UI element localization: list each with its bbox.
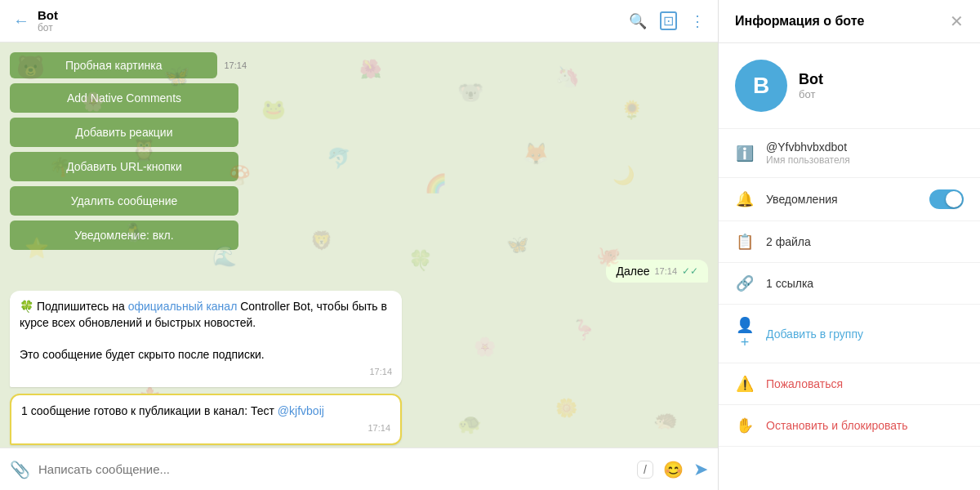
- username-row: ℹ️ @Yfvbhvbxdbot Имя пользователя: [719, 129, 980, 178]
- send-button[interactable]: ➤: [693, 459, 708, 480]
- info-icon: ℹ️: [735, 145, 755, 163]
- clover-emoji: 🍀: [20, 300, 33, 313]
- info-header: Информация о боте ✕: [719, 0, 980, 43]
- info-panel: Информация о боте ✕ B Bot бот ℹ️ @Yfvbhv…: [719, 0, 980, 490]
- notifications-label: Уведомления: [766, 193, 918, 206]
- files-row[interactable]: 📋 2 файла: [719, 221, 980, 263]
- subscribe-message: 🍀 Подпишитесь на официальный канал Contr…: [10, 291, 402, 387]
- chat-input-area: 📎 / 😊 ➤: [0, 448, 718, 490]
- links-count: 1 ссылка: [766, 277, 813, 290]
- svg-text:🦋: 🦋: [506, 234, 529, 256]
- files-icon: 📋: [735, 233, 755, 251]
- bot-display-name: Bot: [799, 71, 823, 88]
- more-icon[interactable]: ⋮: [690, 12, 705, 30]
- chat-body: 🐻 🌸 🦋 🐸 🌺 🐨 🦄 🌻 🌴 🦉 🍄 🐬 🌈 🦊 🌙 ⭐ 🐧 🌊 🦁: [0, 42, 718, 448]
- official-channel-link[interactable]: официальный канал: [128, 300, 238, 313]
- search-icon[interactable]: 🔍: [629, 12, 647, 30]
- svg-text:🦩: 🦩: [572, 318, 596, 341]
- notifications-row: 🔔 Уведомления: [719, 178, 980, 221]
- files-count: 2 файла: [766, 235, 811, 248]
- ready-text: 1 сообщение готово к публикации в канал:…: [21, 403, 390, 420]
- header-info: Bot бот: [38, 8, 629, 33]
- slash-button[interactable]: /: [637, 461, 653, 479]
- trial-picture-button[interactable]: Пробная картинка: [10, 52, 217, 78]
- username-info: @Yfvbhvbxdbot Имя пользователя: [766, 140, 964, 166]
- svg-text:🌻: 🌻: [621, 99, 644, 121]
- bot-display-tag: бот: [799, 88, 823, 100]
- svg-text:🌈: 🌈: [425, 172, 448, 194]
- chat-name: Bot: [38, 8, 629, 22]
- input-right-icons: / 😊 ➤: [637, 459, 708, 480]
- add-native-comments-button[interactable]: Add Native Comments: [10, 83, 238, 113]
- subscribe-text: 🍀 Подпишитесь на официальный канал Contr…: [20, 299, 392, 363]
- subscribe-time: 17:14: [369, 366, 392, 378]
- username-label: Имя пользователя: [766, 154, 964, 166]
- back-button[interactable]: ←: [13, 11, 29, 30]
- bot-buttons-list: Add Native Comments Добавить реакции Доб…: [10, 83, 238, 250]
- svg-text:🌺: 🌺: [359, 58, 382, 80]
- bot-profile-info: Bot бот: [799, 71, 823, 100]
- chat-header: ← Bot бот 🔍 ⊡ ⋮: [0, 0, 718, 42]
- ready-time: 17:14: [368, 422, 390, 434]
- attach-icon[interactable]: 📎: [10, 460, 30, 479]
- notifications-info: Уведомления: [766, 193, 918, 206]
- svg-text:🦁: 🦁: [310, 229, 333, 252]
- svg-text:🦄: 🦄: [555, 65, 580, 88]
- dalee-text: Далее: [616, 265, 649, 278]
- svg-text:🦊: 🦊: [523, 140, 550, 167]
- svg-text:🌙: 🌙: [612, 164, 635, 186]
- notification-toggle-button[interactable]: Уведомление: вкл.: [10, 220, 238, 250]
- bot-avatar: B: [735, 60, 787, 112]
- dalee-bubble: Далее 17:14 ✓✓: [606, 260, 708, 283]
- bot-avatar-initial: B: [753, 73, 769, 99]
- info-title: Информация о боте: [735, 14, 864, 29]
- add-url-buttons-button[interactable]: Добавить URL-кнопки: [10, 152, 238, 181]
- close-button[interactable]: ✕: [950, 11, 964, 31]
- delete-message-button[interactable]: Удалить сообщение: [10, 186, 238, 216]
- block-icon: ✋: [735, 416, 755, 434]
- svg-text:🦔: 🦔: [653, 408, 678, 431]
- chat-subtitle: бот: [38, 22, 629, 33]
- add-reactions-button[interactable]: Добавить реакции: [10, 118, 238, 147]
- block-row[interactable]: ✋ Остановить и блокировать: [719, 405, 980, 447]
- ready-message: 1 сообщение готово к публикации в канал:…: [10, 394, 402, 445]
- svg-text:🐢: 🐢: [457, 412, 482, 435]
- add-group-label: Добавить в группу: [766, 327, 863, 341]
- bot-profile: B Bot бот: [719, 43, 980, 129]
- links-icon: 🔗: [735, 274, 755, 292]
- layout-icon[interactable]: ⊡: [660, 11, 677, 30]
- svg-text:🌼: 🌼: [555, 397, 578, 419]
- emoji-icon[interactable]: 😊: [663, 460, 684, 479]
- username-value: @Yfvbhvbxdbot: [766, 140, 964, 154]
- bell-icon: 🔔: [735, 190, 755, 208]
- dalee-message: Далее 17:14 ✓✓: [10, 260, 708, 283]
- dalee-checks: ✓✓: [682, 265, 698, 277]
- report-icon: ⚠️: [735, 375, 755, 393]
- add-group-icon: 👤+: [735, 316, 755, 351]
- svg-text:🐨: 🐨: [457, 79, 484, 105]
- channel-link-1[interactable]: @kjfvboij: [278, 404, 324, 417]
- message-input[interactable]: [38, 462, 629, 476]
- info-rows: ℹ️ @Yfvbhvbxdbot Имя пользователя 🔔 Увед…: [719, 129, 980, 490]
- dalee-time: 17:14: [654, 266, 677, 276]
- notifications-toggle[interactable]: [929, 189, 964, 209]
- toggle-switch[interactable]: [929, 189, 964, 209]
- svg-text:🐬: 🐬: [327, 146, 351, 170]
- svg-text:🌸: 🌸: [474, 336, 497, 358]
- report-row[interactable]: ⚠️ Пожаловаться: [719, 363, 980, 405]
- header-icons: 🔍 ⊡ ⋮: [629, 11, 705, 30]
- links-row[interactable]: 🔗 1 ссылка: [719, 263, 980, 305]
- chat-panel: ← Bot бот 🔍 ⊡ ⋮ 🐻 🌸 🦋 🐸 🌺 🐨 🦄 🌻 🌴: [0, 0, 719, 490]
- block-label: Остановить и блокировать: [766, 419, 908, 432]
- add-group-row[interactable]: 👤+ Добавить в группу: [719, 305, 980, 363]
- report-label: Пожаловаться: [766, 377, 843, 390]
- svg-text:🐸: 🐸: [261, 97, 286, 121]
